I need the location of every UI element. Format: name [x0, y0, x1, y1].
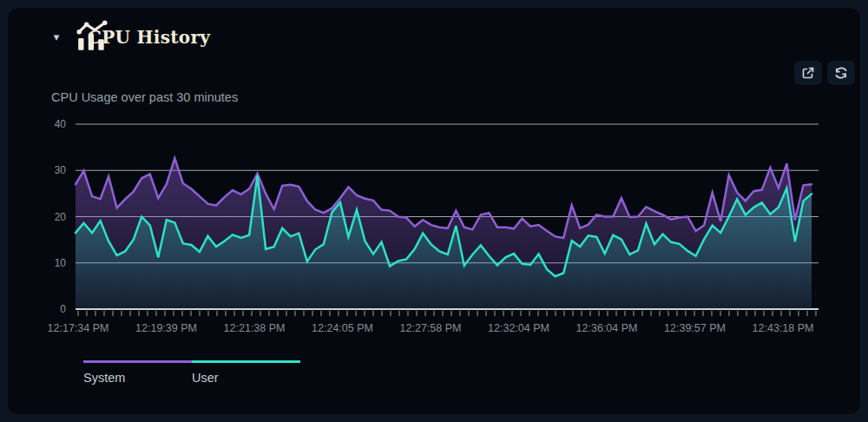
svg-text:10: 10: [55, 257, 67, 269]
svg-text:12:27:58 PM: 12:27:58 PM: [400, 322, 462, 334]
svg-text:0: 0: [60, 303, 66, 315]
svg-text:12:32:04 PM: 12:32:04 PM: [488, 322, 549, 334]
svg-text:12:24:05 PM: 12:24:05 PM: [312, 322, 373, 334]
cpu-usage-area-chart: 01020304012:17:34 PM12:19:39 PM12:21:38 …: [0, 0, 868, 422]
svg-text:12:39:57 PM: 12:39:57 PM: [664, 322, 726, 334]
svg-text:12:43:18 PM: 12:43:18 PM: [753, 322, 814, 334]
svg-text:40: 40: [55, 118, 67, 130]
svg-text:12:36:04 PM: 12:36:04 PM: [576, 322, 638, 334]
svg-text:12:19:39 PM: 12:19:39 PM: [135, 322, 197, 334]
svg-text:30: 30: [55, 164, 67, 176]
svg-text:12:17:34 PM: 12:17:34 PM: [48, 322, 109, 334]
svg-text:12:21:38 PM: 12:21:38 PM: [224, 322, 286, 334]
svg-text:20: 20: [55, 211, 67, 223]
